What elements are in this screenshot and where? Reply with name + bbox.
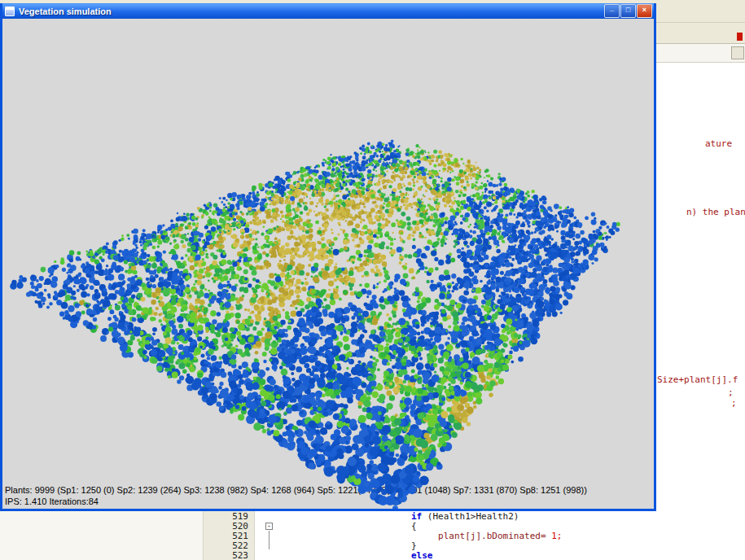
ide-toolbar-strip: [656, 23, 745, 44]
fold-guide-line: [269, 531, 270, 549]
plants-status-text: Plants: 9999 (Sp1: 1250 (0) Sp2: 1239 (2…: [5, 485, 587, 495]
code-line: else: [285, 551, 745, 560]
simulation-viewport: Plants: 9999 (Sp1: 1250 (0) Sp2: 1239 (2…: [2, 19, 654, 509]
ide-background-right: ature n) the plant wi Size+plant[j].f ; …: [656, 0, 745, 511]
code-fragment: Size+plant[j].f: [657, 374, 738, 385]
app-icon: [5, 7, 15, 16]
close-button[interactable]: ×: [637, 4, 652, 18]
code-editor[interactable]: if (Health1>Health2) { plant[j].bDominat…: [285, 511, 745, 560]
toolbar-red-icon: [737, 33, 743, 41]
window-title: Vegetation simulation: [19, 7, 603, 16]
line-number: 523: [204, 551, 254, 560]
code-line: plant[j].bDominated= 1;: [285, 532, 745, 541]
code-text: plant[j].bDominated=: [411, 531, 546, 541]
fold-collapse-icon[interactable]: -: [265, 523, 273, 530]
title-bar[interactable]: Vegetation simulation _ □ ×: [2, 3, 654, 19]
ips-status-text: IPS: 1.410 Iterations:84: [5, 497, 99, 506]
code-keyword: else: [411, 550, 433, 560]
code-text: (Health1>Health2): [422, 511, 519, 522]
minimize-button[interactable]: _: [604, 4, 620, 18]
code-fragment: ;: [728, 387, 734, 398]
line-number-gutter[interactable]: 519 520 521 522 523: [204, 511, 254, 560]
ide-editor-strip: 519 520 521 522 523 - if (Health1>Health…: [0, 511, 745, 560]
code-text: 1;: [546, 531, 563, 541]
code-fold-margin: -: [254, 511, 285, 560]
toolbar-button[interactable]: [731, 46, 744, 59]
maximize-button[interactable]: □: [620, 4, 636, 18]
vegetation-canvas: [2, 19, 654, 509]
ide-left-panel: [0, 511, 204, 560]
code-line: if (Health1>Health2): [285, 512, 745, 522]
ide-menubar-strip: [656, 0, 745, 23]
vegetation-simulation-window: Vegetation simulation _ □ × Plants: 9999…: [0, 3, 656, 511]
code-fragment: ;: [731, 398, 737, 409]
code-fragment: n) the plant wi: [686, 207, 745, 217]
code-line: }: [285, 541, 745, 551]
code-fragment: ature: [705, 138, 732, 149]
